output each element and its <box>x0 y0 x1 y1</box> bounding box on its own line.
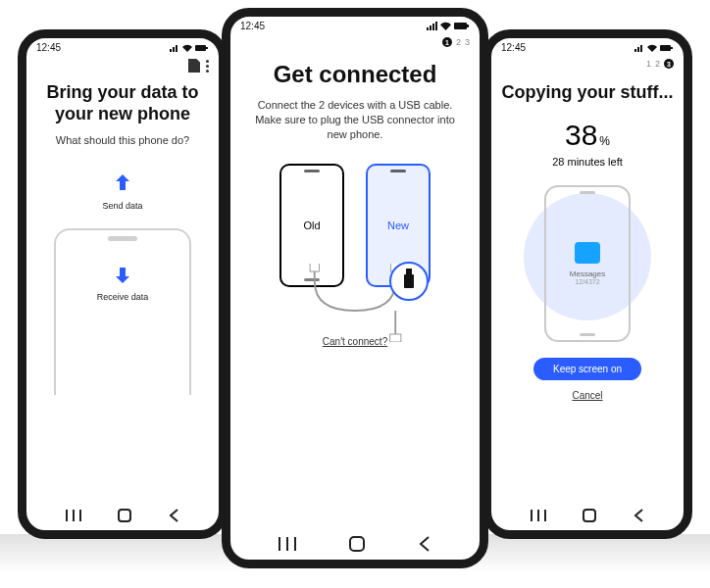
page-title: Get connected <box>238 61 472 88</box>
battery-icon <box>195 44 209 52</box>
sdcard-icon[interactable] <box>188 59 200 73</box>
progress-unit: % <box>599 134 610 148</box>
nav-home-icon[interactable] <box>118 509 131 522</box>
receive-data-option[interactable]: Receive data <box>54 228 191 395</box>
status-bar: 12:45 <box>491 38 684 55</box>
cant-connect-link[interactable]: Can't connect? <box>238 336 472 347</box>
nav-home-icon[interactable] <box>583 509 596 522</box>
old-phone-illustration: Old <box>279 164 344 287</box>
nav-bar <box>230 526 480 560</box>
usb-cable-icon <box>238 264 472 342</box>
step-indicator: 1 2 3 <box>491 55 684 73</box>
step-1: 1 <box>646 59 651 69</box>
nav-home-icon[interactable] <box>349 536 365 552</box>
copy-item-card: Messages 12/4372 <box>544 185 631 342</box>
nav-recents-icon[interactable] <box>279 537 296 551</box>
page-subtitle: What should this phone do? <box>34 134 211 146</box>
step-1-active: 1 <box>442 37 452 47</box>
cancel-link[interactable]: Cancel <box>572 390 602 401</box>
nav-recents-icon[interactable] <box>531 510 546 521</box>
progress-percent: 38% <box>499 119 676 152</box>
progress-value: 38 <box>565 119 597 151</box>
status-icons <box>634 44 674 52</box>
page-title: Copying your stuff... <box>499 82 676 103</box>
svg-rect-1 <box>206 47 208 49</box>
status-icons <box>170 44 209 52</box>
svg-rect-10 <box>671 47 673 49</box>
status-time: 12:45 <box>240 21 265 31</box>
keep-screen-on-button[interactable]: Keep screen on <box>533 358 641 380</box>
nav-back-icon[interactable] <box>633 509 644 522</box>
wifi-icon <box>647 44 657 52</box>
page-subtitle: Connect the 2 devices with a USB cable. … <box>238 98 472 142</box>
step-3-active: 3 <box>664 59 674 69</box>
svg-rect-3 <box>454 23 467 29</box>
nav-bar <box>26 499 219 530</box>
phone-screen-right: 12:45 1 2 3 Copying your stuff... 38% <box>482 29 692 539</box>
signal-icon <box>170 44 179 52</box>
usb-connector-icon <box>389 262 429 301</box>
status-bar: 12:45 <box>230 17 480 33</box>
svg-rect-9 <box>660 45 671 51</box>
phone-screen-left: 12:45 Bring your data to your new phone … <box>18 29 228 539</box>
old-label: Old <box>303 220 320 231</box>
item-label: Messages <box>570 270 605 278</box>
step-3: 3 <box>465 37 470 47</box>
battery-icon <box>660 44 674 52</box>
more-icon[interactable] <box>206 60 209 73</box>
arrow-up-icon <box>112 172 133 193</box>
item-count: 12/4372 <box>570 278 605 285</box>
page-title: Bring your data to your new phone <box>34 82 211 124</box>
nav-bar <box>491 499 684 530</box>
svg-rect-8 <box>350 537 364 551</box>
svg-rect-0 <box>195 45 206 51</box>
nav-recents-icon[interactable] <box>66 510 81 521</box>
wifi-icon <box>182 44 192 52</box>
nav-back-icon[interactable] <box>168 509 179 522</box>
svg-rect-4 <box>467 24 469 27</box>
step-indicator: 1 2 3 <box>230 33 480 51</box>
status-time: 12:45 <box>501 42 526 53</box>
step-2: 2 <box>655 59 660 69</box>
status-time: 12:45 <box>36 42 61 53</box>
top-actions <box>26 55 219 76</box>
phone-screen-center: 12:45 1 2 3 Get connected Connect the 2 … <box>222 8 488 568</box>
svg-rect-2 <box>119 510 130 521</box>
signal-icon <box>634 44 644 52</box>
send-data-option[interactable]: Send data <box>34 172 211 211</box>
status-icons <box>427 22 470 30</box>
step-2: 2 <box>456 37 461 47</box>
status-bar: 12:45 <box>26 38 219 55</box>
arrow-down-icon <box>112 263 133 284</box>
new-label: New <box>387 220 409 231</box>
battery-icon <box>454 22 470 30</box>
send-label: Send data <box>34 201 211 211</box>
messages-icon <box>575 242 600 264</box>
svg-rect-11 <box>583 510 595 521</box>
signal-icon <box>427 22 437 30</box>
receive-label: Receive data <box>56 292 189 302</box>
nav-back-icon[interactable] <box>418 536 431 552</box>
wifi-icon <box>440 22 451 30</box>
time-remaining: 28 minutes left <box>499 156 676 168</box>
connection-illustration: Old New <box>238 164 472 287</box>
